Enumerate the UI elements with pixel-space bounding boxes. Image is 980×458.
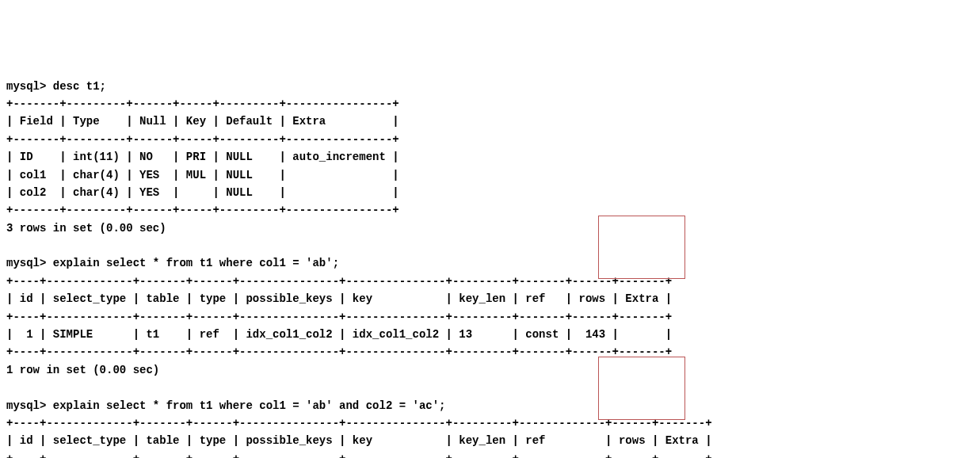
table-border: +-------+---------+------+-----+--------… [6, 204, 399, 216]
table-header: | id | select_type | table | type | poss… [6, 292, 672, 305]
table-border: +----+-------------+-------+------+-----… [6, 452, 712, 458]
table-row: | col1 | char(4) | YES | MUL | NULL | | [6, 169, 399, 181]
table-border: +----+-------------+-------+------+-----… [6, 275, 672, 288]
mysql-prompt: mysql> [6, 399, 53, 412]
mysql-prompt: mysql> [6, 80, 53, 93]
sql-command: desc t1; [53, 80, 106, 93]
table-border: +-------+---------+------+-----+--------… [6, 97, 399, 110]
highlight-keylen-1 [598, 216, 685, 279]
sql-command: explain select * from t1 where col1 = 'a… [53, 257, 339, 269]
result-footer: 1 row in set (0.00 sec) [6, 364, 159, 376]
table-row: | 1 | SIMPLE | t1 | ref | idx_col1_col2 … [6, 328, 672, 341]
table-header: | Field | Type | Null | Key | Default | … [6, 115, 399, 128]
mysql-prompt: mysql> [6, 257, 53, 269]
table-border: +-------+---------+------+-----+--------… [6, 133, 399, 146]
table-header: | id | select_type | table | type | poss… [6, 434, 712, 447]
highlight-keylen-2 [598, 357, 685, 420]
table-row: | ID | int(11) | NO | PRI | NULL | auto_… [6, 151, 399, 163]
table-border: +----+-------------+-------+------+-----… [6, 311, 672, 323]
table-border: +----+-------------+-------+------+-----… [6, 345, 672, 358]
table-row: | col2 | char(4) | YES | | NULL | | [6, 186, 399, 199]
table-border: +----+-------------+-------+------+-----… [6, 417, 712, 429]
sql-command: explain select * from t1 where col1 = 'a… [53, 399, 446, 412]
result-footer: 3 rows in set (0.00 sec) [6, 222, 166, 235]
